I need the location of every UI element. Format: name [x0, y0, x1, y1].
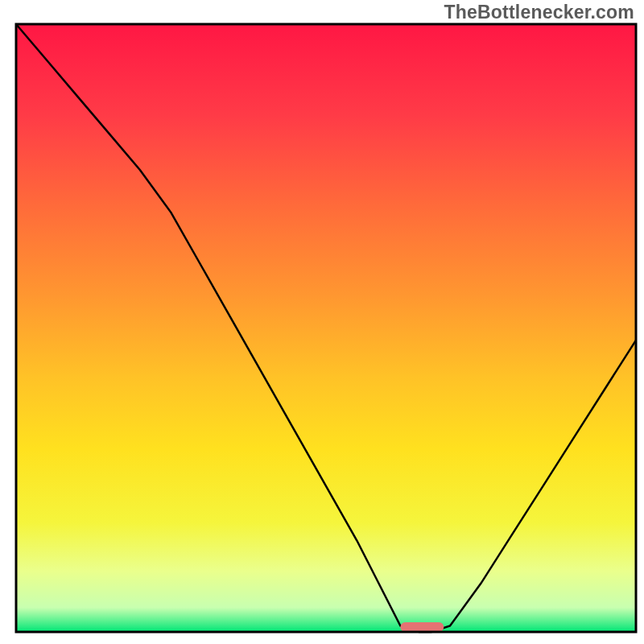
chart-svg — [0, 0, 644, 644]
plot-background — [16, 24, 636, 632]
optimal-marker — [400, 622, 444, 632]
bottleneck-chart: TheBottlenecker.com — [0, 0, 644, 644]
watermark-text: TheBottlenecker.com — [444, 2, 634, 23]
